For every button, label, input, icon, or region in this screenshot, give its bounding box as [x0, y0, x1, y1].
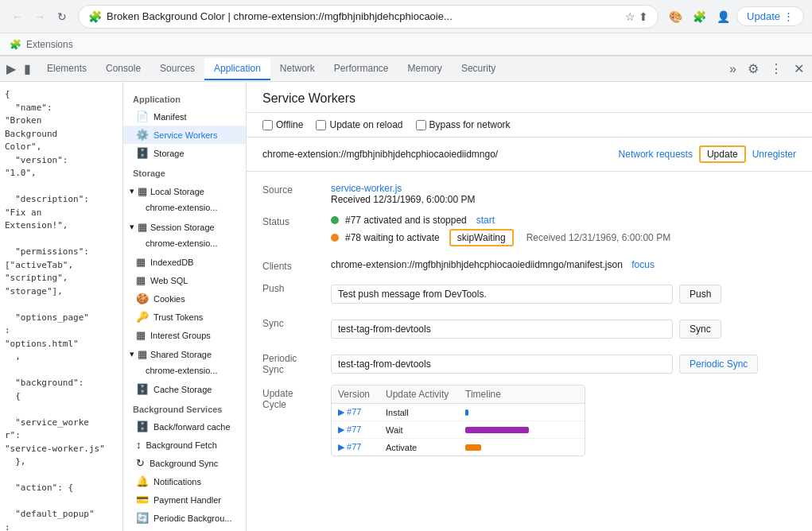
source-row: Source service-worker.js Received 12/31/… — [262, 178, 796, 210]
nav-item-web-sql[interactable]: ▦ Web SQL — [123, 271, 246, 289]
sw-toolbar: Offline Update on reload Bypass for netw… — [247, 113, 812, 138]
tab-memory[interactable]: Memory — [398, 58, 452, 80]
unregister-link[interactable]: Unregister — [752, 149, 796, 160]
more-tabs-icon[interactable]: » — [725, 60, 741, 78]
address-bar[interactable]: 🧩 Broken Background Color | chrome-exten… — [78, 5, 659, 29]
more-options-icon[interactable]: ⋮ — [765, 60, 787, 78]
nav-item-back-forward-cache[interactable]: 🗄️ Back/forward cache — [123, 417, 246, 436]
nav-item-interest-groups[interactable]: ▦ Interest Groups — [123, 326, 246, 344]
shared-storage-child[interactable]: chrome-extensio... — [123, 362, 246, 378]
push-label: Push — [262, 281, 318, 294]
session-storage-child[interactable]: chrome-extensio... — [123, 235, 246, 251]
expand-icon: ▾ — [130, 349, 134, 359]
bypass-for-network-checkbox-label[interactable]: Bypass for network — [416, 119, 511, 130]
nav-item-notifications[interactable]: 🔔 Notifications — [123, 472, 246, 490]
nav-item-background-fetch[interactable]: ↕ Background Fetch — [123, 436, 246, 454]
offline-checkbox-label[interactable]: Offline — [262, 119, 303, 130]
reload-button[interactable]: ↻ — [52, 7, 72, 26]
nav-tree: Application 📄 Manifest ⚙️ Service Worker… — [123, 82, 247, 531]
session-storage-header[interactable]: ▾ ▦ Session Storage — [123, 219, 246, 235]
nav-item-manifest[interactable]: 📄 Manifest — [123, 107, 246, 126]
update-on-reload-checkbox[interactable] — [316, 120, 326, 130]
received-waiting: Received 12/31/1969, 6:00:00 PM — [526, 232, 670, 243]
settings-icon[interactable]: ⚙ — [743, 60, 763, 78]
status-active-text: #77 activated and is stopped — [345, 215, 467, 226]
tab-network[interactable]: Network — [270, 58, 324, 80]
push-button[interactable]: Push — [679, 285, 721, 304]
status-waiting-text: #78 waiting to activate — [345, 232, 440, 243]
code-content: { "name": "Broken Background Color", "ve… — [5, 88, 118, 531]
update-button[interactable]: Update ⋮ — [736, 6, 804, 26]
sync-button[interactable]: Sync — [679, 320, 721, 339]
cast-icon[interactable]: 🎨 — [665, 6, 686, 27]
forward-button[interactable]: → — [30, 7, 49, 26]
nav-item-storage[interactable]: 🗄️ Storage — [123, 144, 246, 162]
sw-url-row: chrome-extension://mgfbhjnibhjdehcphioca… — [247, 138, 812, 172]
version-77-wait[interactable]: ▶ #77 — [338, 424, 386, 435]
activity-install: Install — [386, 408, 465, 417]
periodic-sync-label: Periodic Sync — [262, 351, 318, 375]
table-row: ▶ #77 Activate — [332, 439, 585, 455]
inspect-icon[interactable]: ▶ — [3, 60, 19, 78]
nav-item-indexed-db[interactable]: ▦ IndexedDB — [123, 253, 246, 271]
update-on-reload-checkbox-label[interactable]: Update on reload — [316, 119, 402, 130]
version-77-install[interactable]: ▶ #77 — [338, 407, 386, 417]
table-row: ▶ #77 Install — [332, 404, 585, 421]
tab-elements[interactable]: Elements — [37, 58, 96, 80]
focus-link[interactable]: focus — [631, 259, 655, 270]
shared-storage-header[interactable]: ▾ ▦ Shared Storage — [123, 346, 246, 362]
source-file-link[interactable]: service-worker.js — [331, 183, 402, 194]
offline-checkbox[interactable] — [262, 120, 273, 130]
share-icon[interactable]: ⬆ — [639, 10, 648, 23]
version-77-activate[interactable]: ▶ #77 — [338, 442, 386, 452]
background-sync-icon: ↻ — [136, 457, 145, 469]
nav-item-service-workers[interactable]: ⚙️ Service Workers — [123, 126, 246, 144]
local-storage-header[interactable]: ▾ ▦ Local Storage — [123, 183, 246, 200]
timeline-activate — [465, 444, 578, 451]
local-storage-child[interactable]: chrome-extensio... — [123, 200, 246, 215]
sync-input[interactable] — [331, 320, 673, 339]
periodic-sync-button[interactable]: Periodic Sync — [679, 355, 758, 374]
periodic-sync-row: Periodic Sync Periodic Sync — [262, 347, 796, 382]
tab-application[interactable]: Application — [204, 58, 270, 80]
close-devtools-icon[interactable]: ✕ — [789, 60, 809, 78]
service-workers-icon: ⚙️ — [136, 129, 149, 141]
skip-waiting-button[interactable]: skipWaiting — [449, 229, 514, 246]
tab-sources[interactable]: Sources — [150, 58, 204, 80]
device-icon[interactable]: ▮ — [21, 60, 34, 78]
update-link[interactable]: Update — [699, 145, 746, 163]
extensions-bar: 🧩 Extensions — [0, 33, 812, 56]
nav-item-periodic-background[interactable]: 🔄 Periodic Backgrou... — [123, 509, 246, 527]
nav-item-payment-handler[interactable]: 💳 Payment Handler — [123, 490, 246, 509]
payment-handler-icon: 💳 — [136, 494, 149, 506]
nav-item-cache-storage[interactable]: 🗄️ Cache Storage — [123, 380, 246, 398]
back-button[interactable]: ← — [8, 7, 27, 26]
nav-item-trust-tokens[interactable]: 🔑 Trust Tokens — [123, 308, 246, 326]
status-row: Status #77 activated and is stopped star… — [262, 210, 796, 254]
sync-value: Sync — [331, 316, 796, 342]
start-link[interactable]: start — [476, 215, 495, 226]
devtools-body: { "name": "Broken Background Color", "ve… — [0, 82, 812, 531]
bypass-for-network-checkbox[interactable] — [416, 120, 426, 130]
tab-security[interactable]: Security — [452, 58, 505, 80]
session-storage-group: ▾ ▦ Session Storage chrome-extensio... — [123, 217, 246, 253]
update-cycle-label: Update Cycle — [262, 385, 318, 456]
status-active-item: #77 activated and is stopped start — [331, 215, 796, 226]
timeline-col-header: Timeline — [465, 389, 578, 400]
bookmark-icon[interactable]: ☆ — [625, 10, 635, 23]
profile-icon[interactable]: 👤 — [713, 6, 733, 27]
extensions-label: Extensions — [26, 39, 73, 50]
nav-item-cookies[interactable]: 🍪 Cookies — [123, 289, 246, 308]
cookies-icon: 🍪 — [136, 293, 149, 304]
omnibox-text: Broken Background Color | chrome-extensi… — [107, 10, 620, 22]
puzzle-icon[interactable]: 🧩 — [689, 6, 709, 27]
network-requests-link[interactable]: Network requests — [619, 149, 693, 160]
nav-item-background-sync[interactable]: ↻ Background Sync — [123, 454, 246, 472]
tab-performance[interactable]: Performance — [324, 58, 398, 80]
clients-row: Clients chrome-extension://mgfbhjnibhjde… — [262, 254, 796, 277]
tab-console[interactable]: Console — [96, 58, 150, 80]
main-content: Service Workers Offline Update on reload… — [247, 82, 812, 531]
push-input[interactable] — [331, 285, 673, 304]
periodic-sync-input[interactable] — [331, 355, 673, 374]
application-section-label: Application — [123, 91, 246, 107]
